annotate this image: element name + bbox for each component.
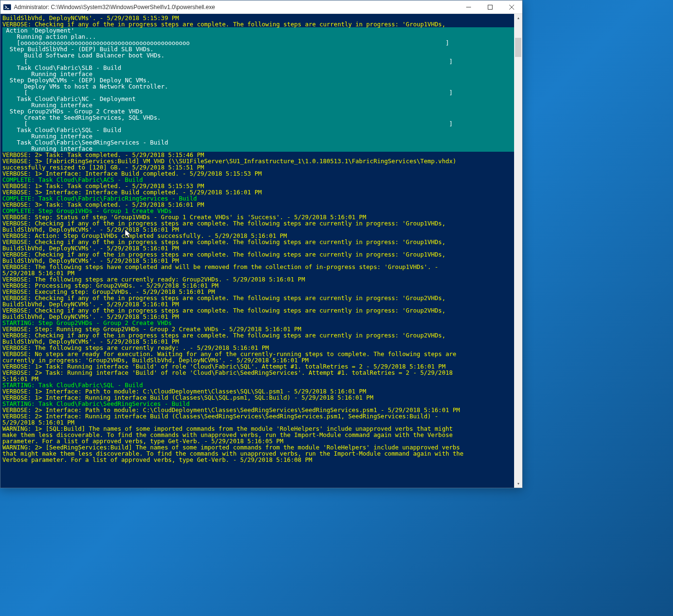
console-area[interactable]: BuildSlbVhd, DeployNCVMs'. - 5/29/2018 5… xyxy=(0,14,522,488)
powershell-window: Administrator: C:\Windows\System32\Windo… xyxy=(0,0,523,488)
svg-rect-3 xyxy=(488,5,492,9)
console-output[interactable]: BuildSlbVhd, DeployNCVMs'. - 5/29/2018 5… xyxy=(0,14,514,488)
console-line: VERBOSE: 2> Task: Running interface 'Bui… xyxy=(2,369,456,376)
chevron-up-icon: ▴ xyxy=(517,16,519,20)
titlebar[interactable]: Administrator: C:\Windows\System32\Windo… xyxy=(0,0,522,14)
chevron-down-icon: ▾ xyxy=(517,482,519,486)
close-button[interactable] xyxy=(501,0,522,14)
scroll-down-button[interactable]: ▾ xyxy=(514,480,522,488)
window-title: Administrator: C:\Windows\System32\Windo… xyxy=(14,4,458,11)
minimize-button[interactable] xyxy=(458,0,479,14)
window-controls xyxy=(458,0,522,14)
close-icon xyxy=(509,5,514,10)
console-line: Verbose parameter. For a list of approve… xyxy=(2,456,312,463)
powershell-icon xyxy=(3,3,11,11)
minimize-icon xyxy=(466,5,471,10)
maximize-button[interactable] xyxy=(479,0,501,14)
maximize-icon xyxy=(488,5,493,10)
scroll-up-button[interactable]: ▴ xyxy=(514,14,522,22)
scroll-thumb[interactable] xyxy=(515,38,521,57)
vertical-scrollbar[interactable]: ▴ ▾ xyxy=(514,14,522,488)
